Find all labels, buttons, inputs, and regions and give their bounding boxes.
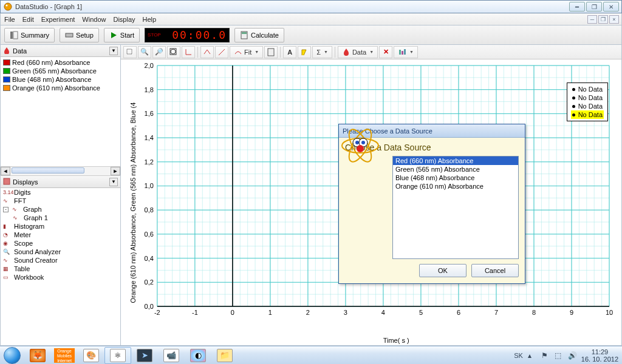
start-button[interactable]: [0, 346, 24, 365]
svg-marker-5: [111, 32, 117, 38]
legend-entry[interactable]: No Data: [571, 110, 604, 119]
menu-display[interactable]: Display: [113, 16, 135, 23]
data-source-option[interactable]: Red (660 nm) Absorbance: [393, 157, 518, 165]
svg-point-10: [171, 49, 176, 54]
display-item[interactable]: 🔍Sound Analyzer: [1, 248, 120, 256]
smart-tool-button[interactable]: [200, 46, 214, 58]
display-item[interactable]: -∿Graph: [1, 205, 120, 214]
taskbar-firefox[interactable]: 🦊: [24, 347, 51, 364]
taskbar-app5[interactable]: ➤: [131, 347, 158, 364]
mdi-close-button[interactable]: ×: [609, 15, 619, 24]
display-item[interactable]: ∿FFT: [1, 197, 120, 205]
displays-panel-title: Displays: [13, 178, 38, 186]
menu-experiment[interactable]: Experiment: [41, 16, 75, 23]
mdi-restore-button[interactable]: ❐: [598, 15, 608, 24]
display-item[interactable]: 3.14Digits: [1, 188, 120, 197]
data-menu-button[interactable]: Data▼: [338, 46, 378, 58]
zoom-out-button[interactable]: 🔎: [152, 46, 166, 58]
menu-file[interactable]: File: [4, 16, 15, 23]
setup-button[interactable]: Setup: [60, 28, 99, 42]
display-item[interactable]: ▭Workbook: [1, 273, 120, 281]
tray-network-icon[interactable]: ⬚: [555, 351, 563, 360]
digits-icon: 3.14: [3, 189, 12, 195]
delete-button[interactable]: ✕: [379, 46, 392, 58]
axis-tool-button[interactable]: [182, 46, 195, 58]
language-indicator[interactable]: SK: [514, 352, 523, 359]
taskbar-app6[interactable]: 📹: [158, 347, 185, 364]
stats-menu-button[interactable]: Σ▼: [312, 46, 332, 58]
legend-entry[interactable]: No Data: [571, 93, 604, 102]
display-item[interactable]: ∿Graph 1: [1, 214, 120, 222]
minimize-button[interactable]: ━: [569, 2, 585, 12]
taskbar-explorer[interactable]: 📁: [211, 347, 238, 364]
taskbar-orange[interactable]: Orange Mobiles Internet: [51, 347, 78, 364]
zoom-in-button[interactable]: 🔍: [138, 46, 151, 58]
scope-icon: ◉: [3, 240, 12, 246]
cancel-button[interactable]: Cancel: [471, 264, 519, 277]
svg-text:0,2: 0,2: [145, 278, 154, 286]
legend-entry[interactable]: No Data: [571, 85, 604, 93]
maximize-button[interactable]: ❐: [586, 2, 602, 12]
scroll-right-arrow[interactable]: ►: [111, 167, 120, 175]
graph-plot[interactable]: -2-10123456789100,00,20,40,60,81,01,21,4…: [121, 59, 621, 345]
calculate-button[interactable]: Calculate: [234, 28, 284, 42]
tree-collapse-icon[interactable]: -: [3, 207, 9, 212]
menu-window[interactable]: Window: [82, 16, 106, 23]
dropdown-arrow-icon[interactable]: ▼: [109, 178, 118, 186]
display-item[interactable]: ▦Table: [1, 265, 120, 273]
legend-entry[interactable]: No Data: [571, 102, 604, 110]
data-source-option[interactable]: Blue (468 nm) Absorbance: [393, 174, 518, 182]
data-panel-header[interactable]: Data ▼: [1, 45, 120, 57]
taskbar-datastudio[interactable]: ⚛: [104, 347, 131, 364]
timer-display: STOP 00:00.0: [145, 28, 230, 42]
ok-button[interactable]: OK: [419, 264, 466, 277]
close-button[interactable]: ✕: [603, 2, 619, 12]
start-button[interactable]: Start: [104, 28, 140, 42]
timer-stop-label: STOP: [148, 32, 161, 38]
menu-help[interactable]: Help: [143, 16, 157, 23]
fit-menu-button[interactable]: Fit▼: [230, 46, 263, 58]
tray-flag-icon[interactable]: ⚑: [541, 351, 550, 360]
text-tool-button[interactable]: A: [283, 46, 296, 58]
summary-button[interactable]: Summary: [4, 28, 55, 42]
tray-volume-icon[interactable]: 🔊: [568, 351, 576, 360]
zoom-fit-button[interactable]: [167, 46, 180, 58]
dropdown-arrow-icon[interactable]: ▼: [109, 47, 118, 55]
display-item[interactable]: ▮Histogram: [1, 222, 120, 231]
tray-clock[interactable]: 11:29 16. 10. 2012: [581, 348, 618, 363]
svg-line-14: [219, 49, 225, 55]
data-source-option[interactable]: Orange (610 nm) Absorbance: [393, 182, 518, 190]
displays-tree: 3.14Digits∿FFT-∿Graph∿Graph 1▮Histogram◔…: [1, 188, 120, 345]
scroll-thumb[interactable]: [12, 167, 84, 174]
sound-analyzer-icon: 🔍: [3, 249, 12, 255]
display-item[interactable]: ∿Sound Creator: [1, 256, 120, 265]
mdi-minimize-button[interactable]: ─: [587, 15, 597, 24]
display-item[interactable]: ◉Scope: [1, 239, 120, 248]
graph-legend[interactable]: No DataNo DataNo DataNo Data: [567, 83, 608, 121]
slope-tool-button[interactable]: [215, 46, 228, 58]
data-tree-scrollbar[interactable]: ◄ ►: [1, 166, 120, 176]
calculator-icon: [240, 31, 248, 39]
zoom-select-button[interactable]: [123, 46, 137, 58]
data-item[interactable]: Green (565 nm) Absorbance: [1, 67, 120, 75]
settings-menu-button[interactable]: ▼: [394, 46, 418, 58]
data-item[interactable]: Red (660 nm) Absorbance: [1, 58, 120, 67]
timer-value: 00:00.0: [163, 29, 227, 41]
taskbar-app7[interactable]: ◐: [185, 347, 211, 364]
menu-edit[interactable]: Edit: [22, 16, 34, 23]
data-item[interactable]: Orange (610 nm) Absorbance: [1, 84, 120, 92]
meter-icon: ◔: [3, 232, 12, 238]
play-icon: [109, 31, 118, 39]
workbook-icon: ▭: [3, 274, 12, 280]
data-source-listbox[interactable]: Red (660 nm) AbsorbanceGreen (565 nm) Ab…: [392, 156, 519, 259]
display-item[interactable]: ◔Meter: [1, 231, 120, 239]
data-source-option[interactable]: Green (565 nm) Absorbance: [393, 165, 518, 174]
taskbar-paint[interactable]: 🎨: [78, 347, 104, 364]
tray-show-hidden-icon[interactable]: ▴: [528, 351, 536, 360]
calculator-button[interactable]: [264, 46, 278, 58]
displays-panel-header[interactable]: Displays ▼: [1, 176, 120, 188]
note-tool-button[interactable]: [298, 46, 311, 58]
data-item[interactable]: Blue (468 nm) Absorbance: [1, 75, 120, 84]
svg-point-157: [361, 141, 365, 144]
scroll-left-arrow[interactable]: ◄: [1, 167, 10, 175]
